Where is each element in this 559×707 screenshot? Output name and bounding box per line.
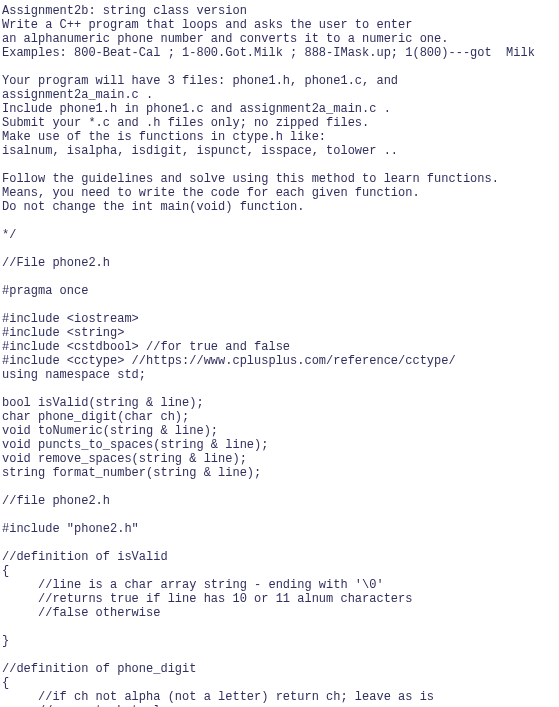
- code-line: #include <cctype> //https://www.cplusplu…: [2, 354, 557, 368]
- code-line: [2, 480, 557, 494]
- code-line: [2, 620, 557, 634]
- code-line: //line is a char array string - ending w…: [2, 578, 557, 592]
- code-line: [2, 508, 557, 522]
- code-line: void remove_spaces(string & line);: [2, 452, 557, 466]
- code-line: [2, 158, 557, 172]
- code-line: [2, 214, 557, 228]
- code-line: [2, 536, 557, 550]
- code-line: Follow the guidelines and solve using th…: [2, 172, 557, 186]
- code-line: Write a C++ program that loops and asks …: [2, 18, 557, 32]
- code-line: Do not change the int main(void) functio…: [2, 200, 557, 214]
- code-line: void puncts_to_spaces(string & line);: [2, 438, 557, 452]
- code-line: //file phone2.h: [2, 494, 557, 508]
- code-line: #include <iostream>: [2, 312, 557, 326]
- code-line: Include phone1.h in phone1.c and assignm…: [2, 102, 557, 116]
- code-line: {: [2, 676, 557, 690]
- code-line: bool isValid(string & line);: [2, 396, 557, 410]
- code-line: Submit your *.c and .h files only; no zi…: [2, 116, 557, 130]
- code-line: //if ch not alpha (not a letter) return …: [2, 690, 557, 704]
- code-line: }: [2, 634, 557, 648]
- code-line: [2, 382, 557, 396]
- code-document: Assignment2b: string class versionWrite …: [0, 0, 559, 707]
- code-line: {: [2, 564, 557, 578]
- code-line: #include "phone2.h": [2, 522, 557, 536]
- code-line: using namespace std;: [2, 368, 557, 382]
- code-line: #pragma once: [2, 284, 557, 298]
- code-line: [2, 648, 557, 662]
- code-line: //definition of phone_digit: [2, 662, 557, 676]
- code-line: string format_number(string & line);: [2, 466, 557, 480]
- code-line: #include <cstdbool> //for true and false: [2, 340, 557, 354]
- code-line: an alphanumeric phone number and convert…: [2, 32, 557, 46]
- code-line: //definition of isValid: [2, 550, 557, 564]
- code-line: Your program will have 3 files: phone1.h…: [2, 74, 557, 88]
- code-line: Make use of the is functions in ctype.h …: [2, 130, 557, 144]
- code-line: //false otherwise: [2, 606, 557, 620]
- code-line: [2, 60, 557, 74]
- code-line: [2, 298, 557, 312]
- code-line: #include <string>: [2, 326, 557, 340]
- code-line: Assignment2b: string class version: [2, 4, 557, 18]
- code-line: //returns true if line has 10 or 11 alnu…: [2, 592, 557, 606]
- code-line: Examples: 800-Beat-Cal ; 1-800.Got.Milk …: [2, 46, 557, 60]
- code-line: [2, 270, 557, 284]
- code-line: char phone_digit(char ch);: [2, 410, 557, 424]
- code-line: assignment2a_main.c .: [2, 88, 557, 102]
- code-line: //File phone2.h: [2, 256, 557, 270]
- code-line: [2, 242, 557, 256]
- code-line: */: [2, 228, 557, 242]
- code-line: void toNumeric(string & line);: [2, 424, 557, 438]
- code-line: Means, you need to write the code for ea…: [2, 186, 557, 200]
- code-line: isalnum, isalpha, isdigit, ispunct, issp…: [2, 144, 557, 158]
